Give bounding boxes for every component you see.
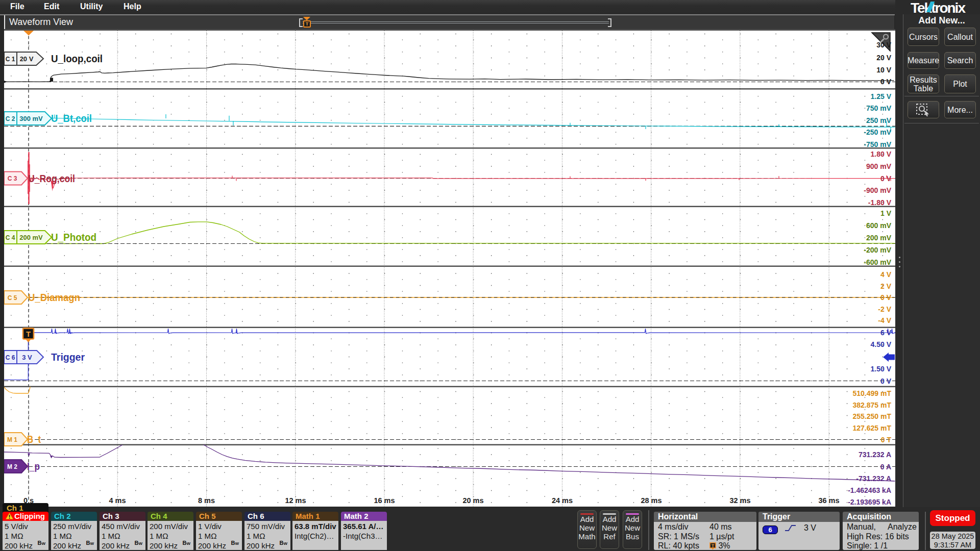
- svg-text:U_Photod: U_Photod: [51, 231, 96, 243]
- svg-text:-1.462463 kA: -1.462463 kA: [848, 486, 891, 494]
- svg-text:Trigger: Trigger: [51, 351, 85, 363]
- svg-text:0 V: 0 V: [880, 293, 892, 302]
- svg-text:900 mV: 900 mV: [866, 162, 892, 170]
- svg-text:4 V: 4 V: [880, 270, 892, 279]
- svg-text:-200 mV: -200 mV: [864, 246, 891, 254]
- svg-text:0 T: 0 T: [881, 436, 892, 444]
- svg-text:250 mV: 250 mV: [866, 116, 892, 124]
- svg-text:-731.232 A: -731.232 A: [856, 474, 891, 483]
- svg-text:36 ms: 36 ms: [818, 496, 839, 505]
- svg-text:10 V: 10 V: [876, 66, 891, 74]
- svg-text:C 2: C 2: [6, 115, 15, 122]
- svg-text:-750 mV: -750 mV: [864, 140, 891, 148]
- svg-text:4.50 V: 4.50 V: [871, 340, 892, 348]
- svg-text:0 V: 0 V: [880, 377, 892, 385]
- svg-text:U_loop,coil: U_loop,coil: [51, 53, 103, 64]
- svg-text:C 5: C 5: [8, 294, 17, 302]
- svg-text:B_t: B_t: [27, 433, 41, 445]
- svg-text:750 mV: 750 mV: [866, 104, 892, 112]
- svg-text:20 V: 20 V: [20, 55, 34, 63]
- svg-text:20 ms: 20 ms: [462, 496, 483, 505]
- svg-text:1.80 V: 1.80 V: [871, 150, 892, 158]
- svg-text:T: T: [26, 330, 31, 338]
- svg-text:I_p: I_p: [27, 460, 40, 472]
- svg-text:731.232 A: 731.232 A: [859, 450, 891, 459]
- svg-text:T: T: [712, 543, 715, 548]
- svg-text:U_Diamagn: U_Diamagn: [28, 291, 80, 303]
- svg-text:C 6: C 6: [6, 354, 15, 361]
- svg-text:6 V: 6 V: [880, 329, 892, 337]
- svg-text:8 ms: 8 ms: [198, 496, 215, 505]
- svg-text:U_Bt,coil: U_Bt,coil: [51, 112, 92, 124]
- svg-text:255.250 mT: 255.250 mT: [853, 412, 892, 420]
- svg-text:28 ms: 28 ms: [641, 496, 662, 505]
- svg-text:0 V: 0 V: [880, 174, 892, 183]
- svg-text:24 ms: 24 ms: [552, 496, 573, 505]
- svg-text:30 V: 30 V: [876, 41, 891, 49]
- svg-text:-250 mV: -250 mV: [864, 128, 891, 136]
- svg-text:3 V: 3 V: [22, 354, 32, 361]
- svg-text:C 4: C 4: [6, 234, 15, 241]
- svg-text:0 A: 0 A: [880, 463, 891, 471]
- svg-text:16 ms: 16 ms: [374, 496, 395, 505]
- svg-text:200 mV: 200 mV: [19, 234, 43, 241]
- svg-text:C 1: C 1: [6, 56, 15, 63]
- svg-text:12 ms: 12 ms: [285, 496, 306, 505]
- svg-text:300 mV: 300 mV: [19, 115, 43, 122]
- svg-text:1.25 V: 1.25 V: [871, 92, 892, 101]
- svg-text:M 1: M 1: [7, 436, 17, 443]
- svg-text:382.875 mT: 382.875 mT: [853, 401, 892, 409]
- svg-text:-900 mV: -900 mV: [864, 186, 891, 194]
- svg-text:-1.80 V: -1.80 V: [868, 198, 892, 207]
- svg-text:-2.193695 kA: -2.193695 kA: [848, 498, 891, 506]
- svg-text:600 mV: 600 mV: [866, 221, 892, 230]
- svg-text:127.625 mT: 127.625 mT: [853, 424, 892, 432]
- svg-text:1 V: 1 V: [880, 209, 892, 217]
- svg-text:U_Rog,coil: U_Rog,coil: [28, 172, 75, 184]
- svg-text:0 V: 0 V: [880, 78, 892, 86]
- svg-text:-4 V: -4 V: [878, 316, 891, 324]
- svg-text:200 mV: 200 mV: [866, 234, 892, 242]
- svg-text:1.50 V: 1.50 V: [871, 365, 892, 373]
- svg-text:-600 mV: -600 mV: [864, 258, 891, 266]
- svg-text:20 V: 20 V: [876, 54, 891, 62]
- svg-text:-2 V: -2 V: [878, 305, 891, 313]
- svg-text:4 ms: 4 ms: [109, 496, 126, 505]
- svg-text:C 3: C 3: [8, 175, 17, 182]
- svg-text:2 V: 2 V: [880, 282, 892, 290]
- svg-text:M 2: M 2: [7, 463, 17, 470]
- svg-text:510.499 mT: 510.499 mT: [853, 389, 892, 397]
- svg-text:32 ms: 32 ms: [729, 496, 750, 505]
